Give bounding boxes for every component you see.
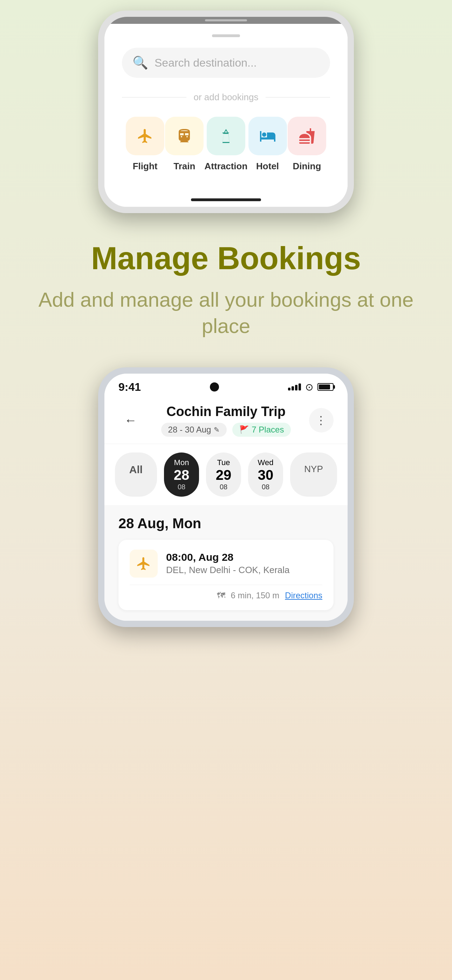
booking-time: 08:00, Aug 28 [166, 551, 322, 563]
day-tue-29[interactable]: Tue 29 08 [206, 452, 241, 497]
booking-item-flight[interactable]: Flight [126, 117, 164, 172]
edit-icon: ✎ [214, 425, 220, 434]
trip-title: Cochin Family Trip [166, 404, 286, 419]
sheet-handle [212, 34, 240, 37]
dining-icon [299, 127, 315, 145]
home-bar [191, 198, 261, 201]
booking-card-top: 08:00, Aug 28 DEL, New Delhi - COK, Kera… [130, 550, 322, 578]
or-divider: or add bookings [122, 92, 330, 103]
phone-frame-1: 🔍 Search destination... or add bookings [98, 11, 354, 213]
app-header: ← Cochin Family Trip 28 - 30 Aug ✎ 🚩 7 P… [104, 397, 348, 444]
day-selector: All Mon 28 08 Tue 29 08 Wed 30 08 NYP [104, 444, 348, 505]
or-line-left [122, 97, 186, 97]
battery-icon [317, 383, 334, 391]
camera-notch [210, 382, 219, 391]
status-bar: 9:41 ⊙ [104, 374, 348, 397]
flight-icon-circle [126, 117, 164, 155]
day-nyp[interactable]: NYP [290, 452, 337, 497]
phone-screen-1: 🔍 Search destination... or add bookings [104, 17, 348, 207]
day-mon-number: 28 [174, 467, 189, 483]
more-button[interactable]: ⋮ [309, 408, 334, 433]
attraction-icon-circle [207, 117, 245, 155]
booking-route: DEL, New Delhi - COK, Kerala [166, 565, 322, 576]
booking-details: 08:00, Aug 28 DEL, New Delhi - COK, Kera… [166, 551, 322, 576]
dining-icon-circle [288, 117, 326, 155]
booking-card-flight[interactable]: 08:00, Aug 28 DEL, New Delhi - COK, Kera… [118, 540, 334, 610]
day-mon-month: 08 [178, 483, 185, 491]
distance-text: 6 min, 150 m [231, 590, 280, 600]
booking-icons-grid: Flight Train Att [122, 117, 330, 172]
or-text: or add bookings [193, 92, 258, 103]
day-tue-number: 29 [216, 467, 232, 483]
day-mon-28[interactable]: Mon 28 08 [164, 452, 199, 497]
booking-item-attraction[interactable]: Attraction [205, 117, 248, 172]
booking-item-hotel[interactable]: Hotel [248, 117, 287, 172]
flight-icon [137, 127, 153, 145]
directions-link[interactable]: Directions [285, 590, 322, 600]
day-tue-month: 08 [220, 483, 228, 491]
day-wed-number: 30 [258, 467, 274, 483]
flight-label: Flight [133, 161, 158, 172]
dining-label: Dining [293, 161, 321, 172]
day-wed-month: 08 [262, 483, 269, 491]
search-bar[interactable]: 🔍 Search destination... [122, 48, 330, 78]
all-label: All [121, 458, 151, 481]
day-all[interactable]: All [115, 452, 157, 497]
date-range-text: 28 - 30 Aug [168, 425, 211, 434]
hotel-icon [259, 127, 276, 145]
places-count: 7 Places [251, 425, 284, 434]
booking-item-dining[interactable]: Dining [288, 117, 326, 172]
status-icons: ⊙ [288, 381, 334, 393]
hotel-label: Hotel [256, 161, 279, 172]
home-indicator [104, 193, 348, 207]
drag-handle [205, 19, 247, 21]
or-line-right [266, 97, 330, 97]
status-time: 9:41 [118, 381, 141, 394]
header-center: Cochin Family Trip 28 - 30 Aug ✎ 🚩 7 Pla… [161, 404, 291, 437]
phone-top-bar [104, 17, 348, 24]
flag-icon: 🚩 [239, 425, 249, 434]
hotel-icon-circle [248, 117, 287, 155]
wifi-icon: ⊙ [305, 381, 313, 393]
day-tue-name: Tue [217, 458, 230, 467]
booking-footer: 🗺 6 min, 150 m Directions [130, 585, 322, 600]
train-icon-circle [165, 117, 204, 155]
booking-flight-icon [130, 550, 158, 578]
attraction-label: Attraction [205, 161, 248, 172]
day-wed-30[interactable]: Wed 30 08 [248, 452, 283, 497]
booking-item-train[interactable]: Train [165, 117, 204, 172]
main-heading: Manage Bookings [21, 241, 431, 276]
day-date-header: 28 Aug, Mon [118, 515, 334, 531]
flight-svg [136, 556, 151, 571]
search-icon: 🔍 [132, 56, 148, 70]
train-icon [176, 127, 193, 145]
bottom-sheet: 🔍 Search destination... or add bookings [104, 24, 348, 193]
trip-meta: 28 - 30 Aug ✎ 🚩 7 Places [161, 423, 291, 437]
signal-bars-icon [288, 383, 301, 390]
places-badge[interactable]: 🚩 7 Places [232, 423, 291, 437]
train-label: Train [173, 161, 195, 172]
attraction-icon [218, 127, 234, 145]
sub-heading: Add and manage all your bookings at one … [21, 286, 431, 339]
date-range-badge[interactable]: 28 - 30 Aug ✎ [161, 423, 227, 437]
phone-screen-2: 9:41 ⊙ ← Cochin Family Trip [104, 374, 348, 621]
day-mon-name: Mon [174, 458, 189, 467]
day-wed-name: Wed [258, 458, 274, 467]
map-icon: 🗺 [217, 590, 225, 600]
phone-frame-2: 9:41 ⊙ ← Cochin Family Trip [98, 368, 354, 627]
nyp-label: NYP [296, 458, 331, 480]
day-content: 28 Aug, Mon 08:00, Aug 28 DEL, New Delhi… [104, 505, 348, 621]
search-placeholder: Search destination... [154, 56, 257, 69]
middle-text-section: Manage Bookings Add and manage all your … [0, 213, 452, 368]
back-button[interactable]: ← [118, 408, 143, 433]
